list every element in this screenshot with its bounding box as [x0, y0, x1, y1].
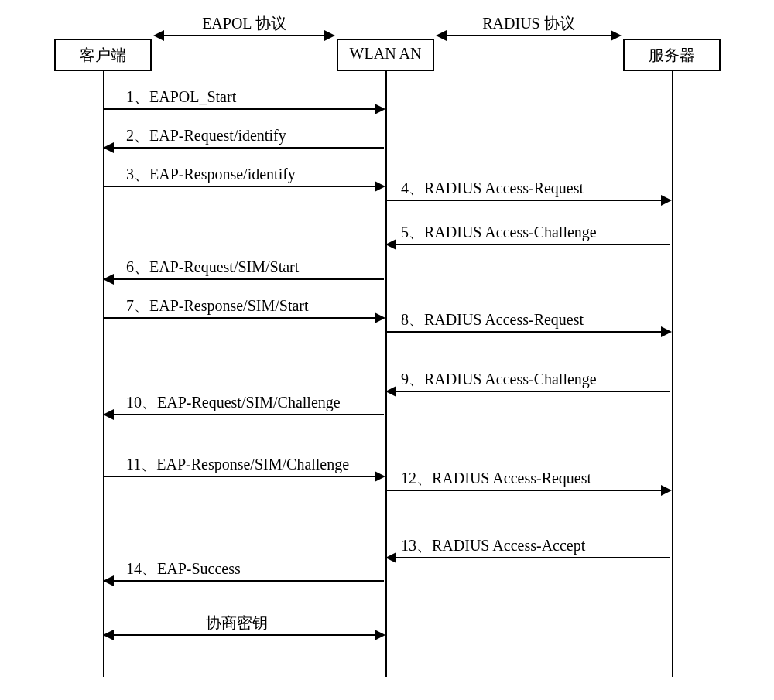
message-label-11: 11、EAP-Response/SIM/Challenge — [126, 454, 349, 475]
arrowhead-right-icon — [661, 485, 672, 496]
message-arrow-3 — [104, 186, 384, 187]
message-arrow-12 — [387, 490, 670, 491]
arrowhead-left-icon — [103, 630, 114, 640]
bidir-label-0: 协商密钥 — [206, 613, 268, 633]
message-label-8: 8、RADIUS Access-Request — [401, 309, 584, 330]
arrowhead-right-icon — [375, 104, 385, 114]
arrowhead-right-icon — [661, 195, 672, 206]
arrowhead-right-icon — [324, 30, 335, 41]
participant-wlan_an: WLAN AN — [337, 39, 434, 71]
message-arrow-2 — [104, 147, 384, 149]
protocol-label-1: RADIUS 协议 — [467, 13, 591, 34]
message-arrow-5 — [387, 244, 670, 245]
protocol-arrow-0 — [155, 35, 334, 36]
arrowhead-left-icon — [385, 386, 396, 397]
message-label-3: 3、EAP-Response/identify — [126, 164, 296, 185]
message-arrow-10 — [104, 414, 384, 415]
participant-client: 客户端 — [54, 39, 152, 71]
message-arrow-7 — [104, 317, 384, 319]
message-label-10: 10、EAP-Request/SIM/Challenge — [126, 392, 341, 413]
participant-server: 服务器 — [623, 39, 721, 71]
message-arrow-6 — [104, 278, 384, 280]
message-label-7: 7、EAP-Response/SIM/Start — [126, 295, 309, 316]
message-arrow-9 — [387, 391, 670, 392]
message-arrow-4 — [387, 200, 670, 201]
message-label-2: 2、EAP-Request/identify — [126, 125, 286, 146]
message-label-6: 6、EAP-Request/SIM/Start — [126, 257, 299, 278]
message-arrow-13 — [387, 557, 670, 558]
bidir-arrow-0 — [104, 634, 384, 636]
arrowhead-left-icon — [153, 30, 164, 41]
arrowhead-right-icon — [611, 30, 622, 41]
lifeline-server — [672, 71, 673, 677]
message-arrow-14 — [104, 580, 384, 582]
message-label-12: 12、RADIUS Access-Request — [401, 468, 591, 489]
arrowhead-left-icon — [385, 552, 396, 563]
arrowhead-right-icon — [375, 312, 385, 323]
arrowhead-left-icon — [103, 274, 114, 285]
lifeline-wlan_an — [385, 71, 387, 677]
message-label-14: 14、EAP-Success — [126, 558, 241, 579]
protocol-arrow-1 — [437, 35, 620, 36]
arrowhead-right-icon — [375, 630, 385, 640]
arrowhead-right-icon — [375, 181, 385, 192]
message-arrow-11 — [104, 476, 384, 477]
message-label-13: 13、RADIUS Access-Accept — [401, 535, 585, 556]
message-label-9: 9、RADIUS Access-Challenge — [401, 369, 597, 390]
arrowhead-left-icon — [436, 30, 447, 41]
arrowhead-right-icon — [661, 326, 672, 337]
message-arrow-8 — [387, 331, 670, 333]
message-label-4: 4、RADIUS Access-Request — [401, 178, 584, 199]
message-label-5: 5、RADIUS Access-Challenge — [401, 222, 597, 243]
arrowhead-left-icon — [103, 409, 114, 420]
arrowhead-left-icon — [385, 239, 396, 250]
message-arrow-1 — [104, 108, 384, 110]
protocol-label-0: EAPOL 协议 — [183, 13, 307, 34]
arrowhead-left-icon — [103, 575, 114, 586]
arrowhead-right-icon — [375, 471, 385, 482]
arrowhead-left-icon — [103, 142, 114, 153]
message-label-1: 1、EAPOL_Start — [126, 87, 236, 108]
